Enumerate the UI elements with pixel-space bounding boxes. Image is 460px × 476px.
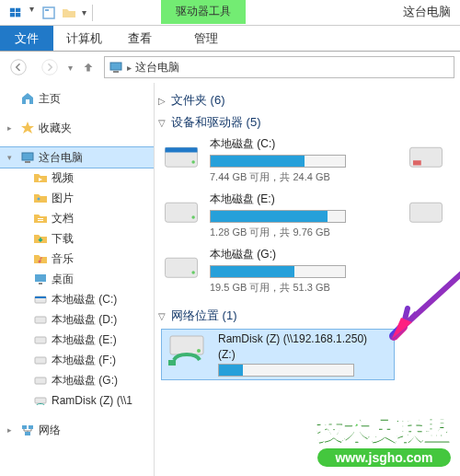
sidebar-label: 本地磁盘 (F:)	[52, 353, 116, 368]
svg-rect-28	[25, 432, 30, 435]
usage-bar	[210, 210, 346, 223]
sidebar-label: 网络	[39, 423, 61, 438]
ribbon-tabs: 文件 计算机 查看 管理	[0, 26, 460, 52]
usage-fill	[219, 365, 243, 376]
tab-manage[interactable]: 管理	[181, 26, 231, 51]
qat-dropdown-icon[interactable]: ▾	[29, 4, 34, 22]
sidebar-item-downloads[interactable]: 下载	[0, 228, 154, 249]
sidebar-item-documents[interactable]: 文档	[0, 208, 154, 228]
folder-icon[interactable]	[62, 6, 76, 20]
svg-rect-41	[168, 360, 176, 366]
sidebar-label: 桌面	[52, 272, 74, 287]
forward-button[interactable]	[37, 54, 63, 80]
disk-icon	[33, 353, 48, 367]
svg-point-35	[191, 215, 195, 219]
svg-rect-0	[10, 7, 15, 11]
drive-c[interactable]: 本地磁盘 (C:) 7.44 GB 可用，共 24.4 GB	[162, 136, 388, 184]
sidebar-item-disk-f[interactable]: 本地磁盘 (F:)	[0, 350, 154, 370]
sidebar-item-network[interactable]: ▸ 网络	[0, 420, 154, 440]
back-button[interactable]	[6, 54, 31, 80]
sidebar-item-disk-c[interactable]: 本地磁盘 (C:)	[0, 289, 154, 309]
svg-rect-9	[113, 71, 119, 73]
expand-icon[interactable]: ▸	[7, 425, 17, 435]
sidebar-label: 本地磁盘 (E:)	[52, 332, 117, 348]
usage-bar	[210, 155, 346, 168]
sidebar-item-disk-d[interactable]: 本地磁盘 (D:)	[0, 309, 154, 330]
sidebar-item-home[interactable]: 主页	[0, 88, 154, 109]
disk-icon	[33, 373, 48, 388]
group-network[interactable]: ▽ 网络位置 (1)	[158, 308, 456, 324]
svg-rect-12	[25, 161, 30, 163]
sidebar-item-pictures[interactable]: 图片	[0, 188, 154, 208]
star-icon	[20, 121, 35, 135]
group-devices[interactable]: ▽ 设备和驱动器 (5)	[158, 114, 456, 131]
sidebar-label: 本地磁盘 (D:)	[52, 312, 117, 328]
usage-fill	[211, 211, 328, 222]
properties-icon[interactable]	[41, 6, 56, 20]
drive-name: 本地磁盘 (E:)	[210, 192, 388, 207]
svg-point-38	[191, 271, 195, 274]
sidebar-item-ramdisk[interactable]: RamDisk (Z) (\\1	[0, 390, 154, 411]
drive-name: RamDisk (Z) (\\192.168.1.250)	[218, 332, 391, 345]
svg-rect-34	[166, 203, 198, 222]
group-folders[interactable]: ▷ 文件夹 (6)	[158, 92, 456, 109]
sidebar-label: 文档	[52, 211, 74, 226]
sidebar-label: 收藏夹	[39, 121, 72, 136]
network-list: RamDisk (Z) (\\192.168.1.250) (Z:)	[162, 330, 456, 379]
sidebar-item-disk-g[interactable]: 本地磁盘 (G:)	[0, 370, 154, 390]
up-button[interactable]	[78, 54, 98, 80]
disk-icon	[407, 192, 443, 230]
sidebar-label: 主页	[39, 91, 61, 107]
expand-icon[interactable]: ▸	[7, 123, 17, 133]
disk-icon	[33, 312, 48, 327]
svg-rect-24	[35, 377, 46, 384]
sidebar-item-disk-e[interactable]: 本地磁盘 (E:)	[0, 330, 154, 350]
drive-subtext: 7.44 GB 可用，共 24.4 GB	[210, 170, 388, 184]
separator	[92, 5, 93, 21]
disk-icon	[162, 247, 201, 285]
downloads-icon	[33, 231, 48, 246]
svg-rect-3	[16, 13, 20, 17]
chevron-right-icon[interactable]: ▸	[127, 63, 132, 73]
sidebar-item-this-pc[interactable]: ▾ 这台电脑	[0, 147, 154, 168]
computer-icon	[109, 60, 123, 75]
svg-point-13	[38, 198, 40, 201]
tab-view[interactable]: 查看	[115, 26, 165, 51]
drive-partial[interactable]: 本 30	[407, 192, 443, 239]
svg-rect-17	[35, 274, 46, 282]
drive-name: 本地磁盘 (G:)	[210, 247, 388, 262]
disk-icon	[162, 136, 201, 175]
drive-subtext: 19.5 GB 可用，共 51.3 GB	[210, 281, 388, 295]
group-label: 设备和驱动器 (5)	[171, 114, 261, 131]
window-icon[interactable]	[4, 4, 28, 22]
devices-list: 本地磁盘 (C:) 7.44 GB 可用，共 24.4 GB 本 10 本地磁盘…	[162, 136, 456, 295]
drive-partial[interactable]: 本 10	[407, 136, 443, 184]
collapse-icon[interactable]: ▾	[7, 153, 17, 162]
home-icon	[20, 91, 35, 106]
usage-bar	[210, 265, 346, 278]
address-bar-row: ▾ ▸ 这台电脑	[0, 52, 460, 83]
tab-computer[interactable]: 计算机	[53, 26, 115, 51]
sidebar-label: RamDisk (Z) (\\1	[52, 394, 132, 407]
content-pane: ▷ 文件夹 (6) ▽ 设备和驱动器 (5) 本地磁盘 (C:) 7.44 GB…	[155, 83, 460, 476]
svg-rect-22	[35, 337, 46, 343]
sidebar-item-videos[interactable]: 视频	[0, 168, 154, 188]
sidebar-item-desktop[interactable]: 桌面	[0, 269, 154, 289]
sidebar-item-favorites[interactable]: ▸ 收藏夹	[0, 118, 154, 138]
disk-icon	[33, 292, 48, 307]
network-drive-ramdisk[interactable]: RamDisk (Z) (\\192.168.1.250) (Z:)	[162, 330, 394, 379]
navigation-pane: 主页 ▸ 收藏夹 ▾ 这台电脑 视频 图片 文档 下载 音乐 桌面 本地磁盘 (…	[0, 83, 155, 476]
qat-more-icon[interactable]: ▾	[82, 7, 86, 17]
breadcrumb[interactable]: ▸ 这台电脑	[104, 56, 454, 78]
sidebar-item-music[interactable]: 音乐	[0, 249, 154, 269]
pictures-icon	[33, 191, 48, 205]
svg-point-6	[11, 60, 27, 75]
chevron-down-icon: ▽	[158, 311, 166, 321]
drive-g[interactable]: 本地磁盘 (G:) 19.5 GB 可用，共 51.3 GB	[162, 247, 388, 295]
history-dropdown-icon[interactable]: ▾	[68, 63, 73, 73]
svg-rect-14	[38, 218, 43, 219]
tab-file[interactable]: 文件	[0, 26, 53, 51]
breadcrumb-location[interactable]: 这台电脑	[135, 60, 179, 75]
drive-e[interactable]: 本地磁盘 (E:) 1.28 GB 可用，共 9.76 GB	[162, 192, 388, 239]
svg-rect-8	[110, 63, 121, 70]
